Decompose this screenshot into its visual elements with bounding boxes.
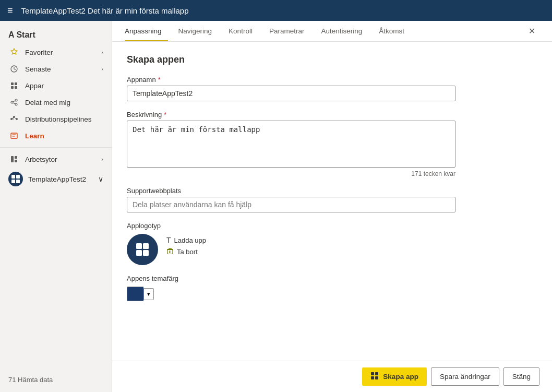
upload-label: Ladda upp <box>174 236 206 244</box>
share-icon <box>8 98 20 106</box>
tab-parametrar[interactable]: Parametrar <box>269 21 311 41</box>
tab-kontroll[interactable]: Kontroll <box>229 21 259 41</box>
learn-icon <box>8 132 20 140</box>
chevron-down-icon: ▾ <box>147 291 150 298</box>
form-group-support: Supportwebbplats <box>127 187 537 212</box>
logo-actions: T Ladda upp <box>166 234 206 256</box>
svg-rect-4 <box>15 86 17 89</box>
tab-navigering[interactable]: Navigering <box>178 21 219 41</box>
form-content: Skapa appen Appnamn * Beskrivning * Det … <box>112 42 552 361</box>
create-app-icon <box>370 372 379 382</box>
create-app-label: Skapa app <box>383 373 418 381</box>
dialog-footer: Skapa app Spara ändringar Stäng <box>112 361 552 392</box>
top-bar: ≡ TemplateAppTest2 Det här är min första… <box>0 0 552 21</box>
form-title: Skapa appen <box>127 54 537 65</box>
sidebar-item-learn[interactable]: Learn <box>0 127 112 144</box>
apps-icon <box>8 81 20 90</box>
tab-anpassning[interactable]: Anpassning <box>125 21 168 41</box>
content-area: Anpassning Navigering Kontroll Parametra… <box>112 21 552 392</box>
sidebar-item-workspaces-label: Arbetsytor <box>25 156 57 163</box>
save-changes-button[interactable]: Spara ändringar <box>431 367 499 386</box>
theme-label: Appens temafärg <box>127 275 537 282</box>
upload-icon: T <box>166 236 171 244</box>
top-bar-title: TemplateAppTest2 Det här är min första m… <box>21 6 189 15</box>
svg-rect-13 <box>15 156 17 159</box>
delete-label: Ta bort <box>177 248 198 256</box>
form-group-description: Beskrivning * Det här är min första mall… <box>127 111 537 177</box>
tab-atkomst[interactable]: Åtkomst <box>379 21 411 41</box>
form-group-logo: Applogotyp T Ladda upp <box>127 222 537 265</box>
sidebar-item-favorites-label: Favoriter <box>25 49 53 56</box>
description-label: Beskrivning * <box>127 111 537 118</box>
svg-rect-24 <box>169 248 172 249</box>
sidebar-section-title: A Start <box>0 25 112 44</box>
sidebar-item-shared-label: Delat med mig <box>25 99 70 106</box>
sidebar-item-recent[interactable]: Senaste › <box>0 61 112 77</box>
app-avatar <box>8 172 23 186</box>
svg-rect-15 <box>11 175 15 179</box>
svg-rect-16 <box>16 175 20 179</box>
logo-section: T Ladda upp <box>127 234 537 265</box>
close-button-footer[interactable]: Stäng <box>503 367 539 386</box>
sidebar: A Start Favoriter › Senaste › <box>0 21 112 392</box>
sidebar-item-shared[interactable]: Delat med mig <box>0 94 112 111</box>
delete-logo-button[interactable]: Ta bort <box>166 247 206 256</box>
svg-rect-14 <box>15 160 17 162</box>
color-picker-row: ▾ <box>127 287 537 301</box>
workspace-icon <box>8 155 20 163</box>
main-layout: A Start Favoriter › Senaste › <box>0 21 552 392</box>
svg-point-5 <box>15 99 17 101</box>
svg-point-6 <box>11 101 13 103</box>
svg-rect-21 <box>136 250 142 256</box>
close-button[interactable]: ✕ <box>524 22 539 40</box>
char-count: 171 tecken kvar <box>127 170 455 177</box>
color-dropdown-button[interactable]: ▾ <box>143 288 154 300</box>
chevron-down-icon: ∨ <box>98 175 103 183</box>
logo-circle <box>127 234 158 265</box>
svg-point-8 <box>10 118 13 120</box>
svg-rect-29 <box>375 376 378 379</box>
chevron-right-icon: › <box>101 66 103 72</box>
sidebar-item-templateapp[interactable]: TemplateAppTest2 ∨ <box>0 168 112 191</box>
clock-icon <box>8 65 20 73</box>
star-icon <box>8 48 20 56</box>
svg-rect-11 <box>11 133 17 138</box>
pipeline-icon <box>8 115 20 123</box>
svg-rect-22 <box>143 250 149 256</box>
required-star: * <box>158 76 161 84</box>
footer-text: 71 Hämta data <box>8 376 53 384</box>
appname-label: Appnamn * <box>127 76 537 84</box>
sidebar-item-pipelines[interactable]: Distributionspipelines <box>0 111 112 127</box>
upload-button[interactable]: T Ladda upp <box>166 236 206 244</box>
form-group-appname: Appnamn * <box>127 76 537 101</box>
chevron-right-icon: › <box>101 156 103 162</box>
support-label: Supportwebbplats <box>127 187 537 195</box>
hamburger-menu[interactable]: ≡ <box>7 5 13 16</box>
svg-rect-1 <box>11 82 14 85</box>
svg-point-7 <box>15 103 17 105</box>
svg-rect-17 <box>11 180 15 183</box>
appname-input[interactable] <box>127 86 455 101</box>
svg-rect-28 <box>371 376 374 379</box>
chevron-right-icon: › <box>101 49 103 55</box>
svg-rect-26 <box>371 372 374 375</box>
sidebar-item-apps[interactable]: Appar <box>0 77 112 94</box>
sidebar-item-pipelines-label: Distributionspipelines <box>25 115 92 123</box>
required-star-desc: * <box>164 111 166 118</box>
sidebar-footer: 71 Hämta data <box>0 372 112 388</box>
sidebar-app-name: TemplateAppTest2 <box>28 175 98 183</box>
svg-rect-25 <box>167 250 173 254</box>
sidebar-item-learn-label: Learn <box>25 132 44 140</box>
create-app-button[interactable]: Skapa app <box>362 367 427 386</box>
dialog-tabs: Anpassning Navigering Kontroll Parametra… <box>112 21 552 42</box>
sidebar-divider <box>0 147 112 148</box>
trash-icon <box>166 247 174 256</box>
svg-rect-12 <box>11 156 14 162</box>
svg-rect-3 <box>11 86 14 89</box>
tab-autentisering[interactable]: Autentisering <box>321 21 368 41</box>
sidebar-item-workspaces[interactable]: Arbetsytor › <box>0 151 112 168</box>
svg-rect-27 <box>375 372 378 375</box>
support-input[interactable] <box>127 197 455 212</box>
sidebar-item-favorites[interactable]: Favoriter › <box>0 44 112 61</box>
description-textarea[interactable]: Det här är min första mallapp <box>127 121 455 168</box>
